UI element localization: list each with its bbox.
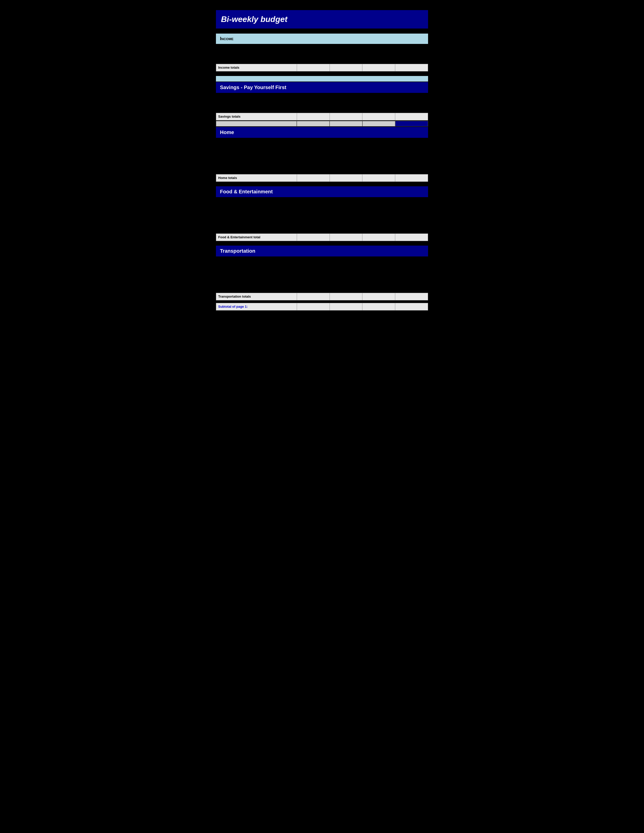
home-totals-row: Home totals <box>216 174 428 182</box>
savings-totals-label: Savings totals <box>216 113 297 120</box>
subtotal-label: Subtotal of page 1: <box>216 303 297 310</box>
transportation-totals-c2[interactable] <box>330 293 363 300</box>
subtotal-row: Subtotal of page 1: <box>216 303 428 310</box>
food-header-text: Food & Entertainment <box>220 189 424 195</box>
food-totals-c1[interactable] <box>297 234 330 241</box>
savings-totals-c3[interactable] <box>362 113 395 120</box>
income-totals-label: Income totals <box>216 64 297 71</box>
savings-spacer2 <box>216 108 428 113</box>
income-content-area <box>216 45 428 59</box>
income-section-header: Income <box>216 34 428 44</box>
income-spacer2 <box>216 59 428 64</box>
transportation-section-header: Transportation <box>216 246 428 256</box>
gap2 <box>216 182 428 186</box>
savings-pre-bar <box>216 76 428 82</box>
income-totals-c4[interactable] <box>395 64 428 71</box>
home-totals-c2[interactable] <box>330 174 363 182</box>
savings-totals-c4[interactable] <box>395 113 428 120</box>
gap4 <box>216 301 428 303</box>
food-totals-label: Food & Entertainment total <box>216 234 297 241</box>
transportation-content-area1 <box>216 257 428 271</box>
subtotal-c4[interactable] <box>395 303 428 310</box>
transportation-header-text: Transportation <box>220 248 424 254</box>
income-totals-row: Income totals <box>216 64 428 71</box>
transportation-totals-c1[interactable] <box>297 293 330 300</box>
income-totals-c1[interactable] <box>297 64 330 71</box>
home-header-text: Home <box>220 130 424 135</box>
savings-header-text: Savings - Pay Yourself First <box>220 85 424 90</box>
subtotal-c2[interactable] <box>330 303 363 310</box>
food-totals-row: Food & Entertainment total <box>216 233 428 241</box>
home-spacer3 <box>216 167 428 174</box>
transportation-totals-label: Transportation totals <box>216 293 297 300</box>
savings-section-header: Savings - Pay Yourself First <box>216 82 428 93</box>
savings-sep-c0 <box>216 121 297 127</box>
transportation-spacer3 <box>216 285 428 293</box>
savings-sep-c3 <box>362 121 395 127</box>
gap3 <box>216 241 428 246</box>
home-content-area2 <box>216 153 428 167</box>
gap1 <box>216 72 428 76</box>
home-section-header: Home <box>216 127 428 138</box>
food-section-header: Food & Entertainment <box>216 186 428 197</box>
income-totals-c3[interactable] <box>362 64 395 71</box>
home-totals-c4[interactable] <box>395 174 428 182</box>
food-spacer3 <box>216 226 428 233</box>
home-content-area1 <box>216 139 428 153</box>
savings-sep-c4 <box>395 121 428 127</box>
transportation-totals-c4[interactable] <box>395 293 428 300</box>
savings-sep-c1 <box>297 121 330 127</box>
page: Bi-weekly budget Income Income totals Sa… <box>213 5 431 316</box>
savings-sep-c2 <box>330 121 362 127</box>
savings-totals-row: Savings totals <box>216 113 428 121</box>
transportation-totals-c3[interactable] <box>362 293 395 300</box>
food-content-area2 <box>216 212 428 226</box>
savings-totals-c2[interactable] <box>330 113 363 120</box>
food-totals-c2[interactable] <box>330 234 363 241</box>
savings-totals-c1[interactable] <box>297 113 330 120</box>
transportation-totals-row: Transportation totals <box>216 293 428 301</box>
food-totals-c4[interactable] <box>395 234 428 241</box>
savings-content-area <box>216 94 428 108</box>
home-totals-label: Home totals <box>216 174 297 182</box>
food-content-area1 <box>216 198 428 212</box>
food-totals-c3[interactable] <box>362 234 395 241</box>
home-totals-c3[interactable] <box>362 174 395 182</box>
income-header-text: Income <box>220 36 424 42</box>
subtotal-c3[interactable] <box>362 303 395 310</box>
subtotal-c1[interactable] <box>297 303 330 310</box>
income-totals-c2[interactable] <box>330 64 363 71</box>
savings-separator-row <box>216 121 428 127</box>
home-totals-c1[interactable] <box>297 174 330 182</box>
page-title: Bi-weekly budget <box>221 14 423 24</box>
title-bar: Bi-weekly budget <box>216 10 428 29</box>
transportation-content-area2 <box>216 271 428 285</box>
